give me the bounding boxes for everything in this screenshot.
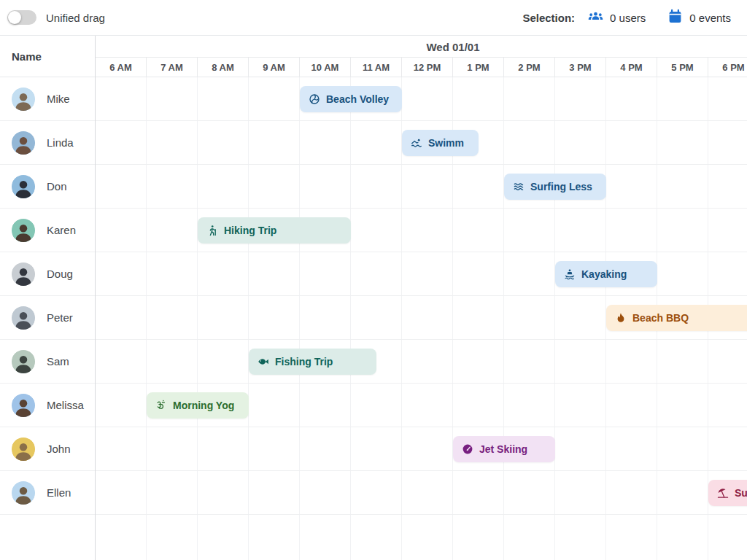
time-axis: 6 AM7 AM8 AM9 AM10 AM11 AM12 PM1 PM2 PM3… <box>96 58 747 77</box>
event-bar[interactable]: Fishing Trip <box>249 349 376 375</box>
resource-row[interactable]: Doug <box>0 252 95 296</box>
resource-name: Melissa <box>47 399 84 411</box>
event-bar[interactable]: Jet Skiing <box>453 436 555 462</box>
event-bar[interactable]: Swimm <box>402 130 479 156</box>
volleyball-icon <box>309 93 320 105</box>
event-label: Swimm <box>428 137 464 149</box>
event-bar[interactable]: Kayaking <box>555 261 657 287</box>
resource-name: Sam <box>47 355 69 368</box>
schedule-lanes: Beach VolleySwimmSurfing LessHiking Trip… <box>96 77 747 560</box>
resources-column: Name MikeLindaDonKarenDougPeterSamMeliss… <box>0 36 96 560</box>
event-label: Su <box>735 487 747 499</box>
selected-users-indicator: 0 users <box>588 9 646 27</box>
timeline-lane[interactable]: Beach BBQ <box>96 296 747 340</box>
timeline-lane[interactable]: Hiking Trip <box>96 209 747 252</box>
hiker-icon <box>206 225 218 236</box>
calendar-icon <box>667 9 683 27</box>
timeline-lane-empty[interactable] <box>96 515 747 560</box>
avatar <box>12 306 35 330</box>
time-tick: 3 PM <box>555 58 606 77</box>
time-tick: 9 AM <box>249 58 300 77</box>
time-tick: 12 PM <box>402 58 453 77</box>
timeline-lane[interactable]: Kayaking <box>96 252 747 296</box>
event-bar[interactable]: Beach BBQ <box>606 305 747 331</box>
resource-name: Peter <box>47 311 73 324</box>
event-label: Jet Skiing <box>479 443 527 455</box>
resource-row[interactable]: Don <box>0 165 95 209</box>
avatar <box>12 219 35 242</box>
resource-row[interactable]: Melissa <box>0 384 95 427</box>
event-bar[interactable]: Hiking Trip <box>198 217 351 244</box>
swimmer-icon <box>411 137 422 149</box>
users-icon <box>588 9 603 27</box>
resource-row[interactable]: Peter <box>0 296 95 340</box>
avatar <box>12 262 35 286</box>
event-label: Morning Yog <box>173 400 234 411</box>
timeline-lane[interactable]: Morning Yog <box>96 384 747 427</box>
event-label: Fishing Trip <box>275 356 333 368</box>
fish-icon <box>258 356 269 368</box>
date-header-row: Wed 01/01 <box>96 36 747 58</box>
resource-name: John <box>47 443 71 455</box>
time-tick: 5 PM <box>657 58 708 77</box>
kayak-icon <box>564 268 576 280</box>
scheduler-grid: Name MikeLindaDonKarenDougPeterSamMeliss… <box>0 35 747 560</box>
event-bar[interactable]: Beach Volley <box>300 86 402 112</box>
resource-name: Linda <box>47 136 74 149</box>
resource-row[interactable]: Karen <box>0 209 95 252</box>
events-count: 0 events <box>689 12 731 24</box>
toggle-knob <box>8 11 21 24</box>
event-label: Hiking Trip <box>224 225 276 236</box>
timeline-lane[interactable]: Swimm <box>96 121 747 165</box>
avatar <box>12 481 35 505</box>
event-bar[interactable]: Su <box>708 480 747 506</box>
avatar <box>12 394 35 417</box>
date-header: Wed 01/01 <box>96 36 747 58</box>
resource-name: Ellen <box>47 486 71 499</box>
users-count: 0 users <box>610 12 646 24</box>
timeline-lane[interactable]: Fishing Trip <box>96 340 747 384</box>
time-tick: 11 AM <box>351 58 402 77</box>
selection-label: Selection: <box>522 12 575 24</box>
resource-row[interactable]: Sam <box>0 340 95 384</box>
flame-icon <box>615 312 627 324</box>
event-bar[interactable]: Morning Yog <box>147 392 249 419</box>
resource-name: Mike <box>47 93 70 105</box>
timeline-lane[interactable]: Su <box>96 471 747 515</box>
time-tick: 1 PM <box>453 58 504 77</box>
unified-drag-label: Unified drag <box>46 12 105 24</box>
avatar <box>12 438 35 461</box>
speedometer-icon <box>462 443 473 455</box>
event-label: Surfing Less <box>530 181 592 192</box>
name-column-header: Name <box>0 36 95 77</box>
avatar <box>12 350 35 373</box>
timeline-lane[interactable]: Surfing Less <box>96 165 747 209</box>
event-bar[interactable]: Surfing Less <box>504 174 606 200</box>
avatar <box>12 88 35 111</box>
timeline-lane[interactable]: Jet Skiing <box>96 427 747 471</box>
time-tick: 6 PM <box>708 58 747 77</box>
timeline-lane[interactable]: Beach Volley <box>96 77 747 121</box>
resource-row[interactable]: Ellen <box>0 471 95 515</box>
avatar <box>12 175 35 198</box>
resource-row[interactable]: John <box>0 427 95 471</box>
time-tick: 8 AM <box>198 58 249 77</box>
resource-row[interactable]: Linda <box>0 121 95 165</box>
resource-name: Don <box>47 180 67 192</box>
time-tick: 4 PM <box>606 58 657 77</box>
resource-row[interactable]: Mike <box>0 77 95 121</box>
resource-name: Doug <box>47 268 73 280</box>
selected-events-indicator: 0 events <box>667 9 731 27</box>
event-label: Kayaking <box>581 268 627 280</box>
time-tick: 6 AM <box>96 58 147 77</box>
time-tick: 2 PM <box>504 58 555 77</box>
event-label: Beach BBQ <box>632 312 689 324</box>
event-label: Beach Volley <box>326 93 389 105</box>
avatar <box>12 131 35 155</box>
time-tick: 7 AM <box>147 58 198 77</box>
unified-drag-toggle[interactable] <box>7 10 36 25</box>
time-tick: 10 AM <box>300 58 351 77</box>
beach-umbrella-icon <box>717 487 729 499</box>
timeline: Wed 01/01 6 AM7 AM8 AM9 AM10 AM11 AM12 P… <box>96 36 747 560</box>
om-icon <box>155 400 167 411</box>
